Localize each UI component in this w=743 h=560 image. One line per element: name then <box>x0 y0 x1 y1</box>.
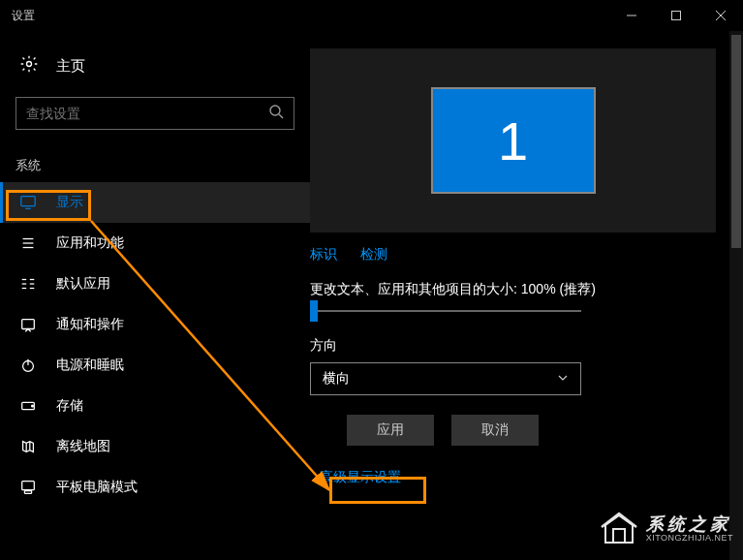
nav-label: 平板电脑模式 <box>56 479 138 496</box>
defaults-icon <box>19 275 37 293</box>
nav-label: 应用和功能 <box>56 234 124 252</box>
scale-slider[interactable] <box>310 310 581 312</box>
search-input[interactable] <box>26 106 268 121</box>
svg-line-6 <box>279 114 283 118</box>
nav-notifications[interactable]: 通知和操作 <box>0 304 310 345</box>
orientation-label: 方向 <box>310 337 716 355</box>
scrollbar-thumb[interactable] <box>731 35 741 248</box>
nav-power[interactable]: 电源和睡眠 <box>0 345 310 386</box>
storage-icon <box>19 397 37 415</box>
close-button[interactable] <box>698 0 743 31</box>
watermark: 系统之家 XITONGZHIJIA.NET <box>600 512 733 546</box>
svg-point-5 <box>270 106 280 115</box>
svg-rect-18 <box>22 320 35 329</box>
nav-label: 显示 <box>56 194 83 211</box>
maximize-button[interactable] <box>654 0 698 31</box>
nav-label: 存储 <box>56 397 83 415</box>
nav-tablet[interactable]: 平板电脑模式 <box>0 467 310 508</box>
nav-maps[interactable]: 离线地图 <box>0 426 310 467</box>
advanced-display-link[interactable]: 高级显示设置 <box>320 469 716 486</box>
minimize-button[interactable] <box>609 0 654 31</box>
nav-default-apps[interactable]: 默认应用 <box>0 264 310 304</box>
nav-label: 默认应用 <box>56 275 110 293</box>
gear-icon <box>19 54 39 78</box>
watermark-en: XITONGZHIJIA.NET <box>646 534 733 543</box>
orientation-dropdown[interactable]: 横向 <box>310 362 581 395</box>
monitor-1[interactable]: 1 <box>431 87 596 194</box>
monitor-number: 1 <box>498 109 528 172</box>
orientation-value: 横向 <box>323 370 350 388</box>
apply-button[interactable]: 应用 <box>347 415 434 446</box>
list-icon <box>19 234 37 252</box>
detect-link[interactable]: 检测 <box>360 246 387 264</box>
map-icon <box>19 438 37 455</box>
svg-point-22 <box>32 405 34 407</box>
svg-point-4 <box>27 62 32 67</box>
home-row[interactable]: 主页 <box>0 47 310 85</box>
tablet-icon <box>19 479 37 496</box>
svg-rect-25 <box>22 482 35 490</box>
nav-label: 离线地图 <box>56 438 110 455</box>
chevron-down-icon <box>557 371 569 387</box>
scale-label: 更改文本、应用和其他项目的大小: 100% (推荐) <box>310 281 716 298</box>
power-icon <box>19 357 37 374</box>
main-panel: 1 标识 检测 更改文本、应用和其他项目的大小: 100% (推荐) 方向 横向… <box>310 31 743 560</box>
identify-link[interactable]: 标识 <box>310 246 337 264</box>
nav-label: 通知和操作 <box>56 316 124 333</box>
window-title: 设置 <box>12 8 35 24</box>
search-box[interactable] <box>15 97 294 130</box>
notification-icon <box>19 316 37 333</box>
svg-rect-7 <box>21 197 35 206</box>
home-label: 主页 <box>56 57 85 76</box>
search-icon <box>268 104 284 123</box>
cancel-button[interactable]: 取消 <box>451 415 539 446</box>
monitor-icon <box>19 194 37 211</box>
scrollbar[interactable] <box>729 31 743 560</box>
svg-rect-1 <box>672 12 681 20</box>
titlebar: 设置 <box>0 0 743 31</box>
watermark-cn: 系统之家 <box>646 515 733 534</box>
svg-rect-28 <box>613 529 625 543</box>
nav-storage[interactable]: 存储 <box>0 386 310 426</box>
slider-thumb[interactable] <box>310 300 318 322</box>
watermark-logo-icon <box>600 512 638 546</box>
monitor-preview: 1 <box>310 48 716 233</box>
nav-apps[interactable]: 应用和功能 <box>0 223 310 264</box>
svg-rect-26 <box>24 491 31 494</box>
nav-display[interactable]: 显示 <box>0 182 310 223</box>
sidebar: 主页 系统 显示 应用和功能 默认应用 <box>0 31 310 560</box>
section-label: 系统 <box>0 138 310 182</box>
nav-label: 电源和睡眠 <box>56 357 124 374</box>
